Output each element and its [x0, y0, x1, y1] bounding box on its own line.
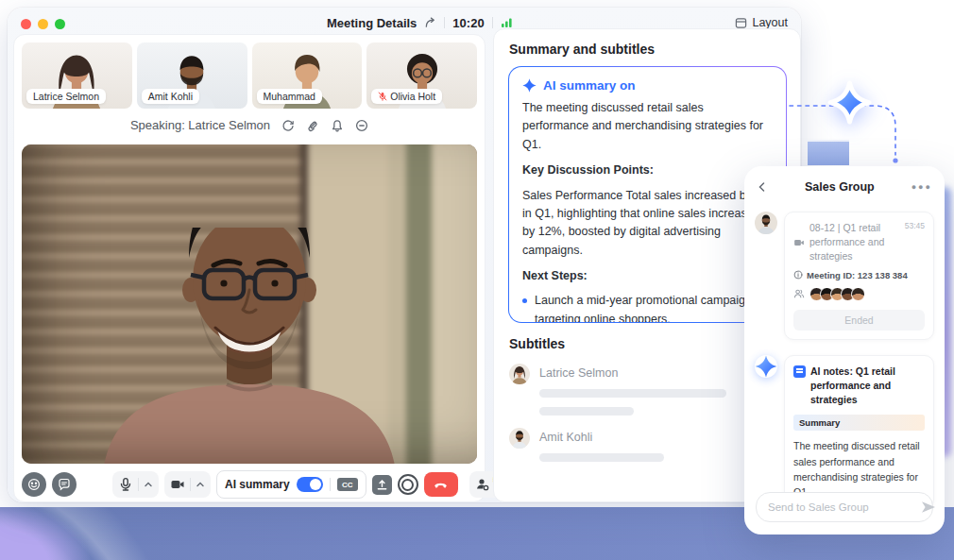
speaking-row: Speaking: Latrice Selmon	[14, 118, 485, 132]
smiley-icon	[27, 478, 41, 491]
meeting-window: Meeting Details 10:20	[8, 8, 801, 502]
divider	[330, 478, 331, 491]
key-points-body: Sales Performance Total sales increased …	[522, 187, 773, 261]
next-step-item: Launch a mid-year promotional campaign t…	[522, 292, 773, 323]
divider	[138, 478, 139, 491]
participant-tile-latrice[interactable]: Latrice Selmon	[22, 42, 132, 109]
info-icon	[793, 270, 803, 280]
sparkle-decoration	[830, 83, 869, 122]
reactions-button[interactable]	[22, 472, 46, 497]
fullscreen-window-button[interactable]	[55, 19, 65, 29]
share-screen-icon	[376, 479, 388, 491]
camera-options-chevron[interactable]	[196, 480, 205, 489]
chat-button[interactable]	[52, 472, 77, 497]
meeting-toolbar: AI summary CC	[22, 471, 477, 498]
microphone-icon[interactable]	[118, 477, 133, 492]
next-step-text: Launch a mid-year promotional campaign t…	[535, 292, 773, 323]
divider	[190, 478, 191, 491]
camera-icon[interactable]	[170, 477, 185, 492]
ai-summary-toggle[interactable]	[297, 477, 323, 492]
attendees-row	[793, 287, 925, 301]
back-chevron-icon[interactable]	[757, 181, 768, 193]
bell-icon[interactable]	[331, 119, 344, 132]
camera-button-group	[164, 471, 211, 498]
ended-button[interactable]: Ended	[793, 310, 925, 331]
chat-bubble-icon	[58, 478, 71, 491]
summary-panel-title: Summary and subtitles	[509, 42, 800, 57]
participant-name-pill: Olivia Holt	[371, 89, 442, 104]
participant-tile-amit[interactable]: Amit Kohli	[137, 42, 247, 109]
closed-captions-button[interactable]: CC	[337, 478, 358, 491]
key-points-title: Key Discussion Points:	[522, 161, 773, 179]
subtitle-skeleton-bar	[539, 453, 664, 462]
chat-panel: Sales Group ●●● 08-12 | Q1 retail perfor…	[744, 166, 945, 535]
video-camera-icon	[793, 222, 805, 264]
chat-input-container	[756, 492, 933, 522]
bullet-dot	[522, 298, 527, 303]
divider	[492, 17, 493, 28]
minimize-window-button[interactable]	[38, 19, 48, 29]
summary-intro: The meeting discussed retail sales perfo…	[522, 99, 773, 154]
screenshot-root: Meeting Details 10:20	[0, 0, 954, 560]
meeting-card: 08-12 | Q1 retail performance and strate…	[784, 212, 934, 340]
meeting-message: 08-12 | Q1 retail performance and strate…	[744, 212, 945, 340]
participant-strip: Latrice Selmon Amit Kohli Muhammad	[22, 42, 477, 109]
avatar	[851, 287, 865, 301]
participants-icon[interactable]	[475, 477, 490, 492]
hang-up-icon	[433, 477, 449, 493]
ai-notes-message: AI notes: Q1 retail performance and stra…	[744, 355, 945, 510]
participant-tile-muhammad[interactable]: Muhammad	[252, 42, 363, 109]
chat-message-input[interactable]	[766, 501, 915, 514]
ai-sparkle-avatar	[755, 355, 777, 378]
chat-more-icon[interactable]: ●●●	[911, 182, 932, 192]
meeting-duration: 53:45	[905, 221, 925, 264]
avatar[interactable]	[755, 212, 777, 234]
summary-tag: Summary	[793, 415, 925, 431]
ai-notes-title: AI notes: Q1 retail performance and stra…	[810, 365, 925, 408]
participant-tile-olivia[interactable]: Olivia Holt	[366, 42, 477, 109]
next-steps-title: Next Steps:	[522, 267, 773, 285]
divider	[444, 17, 445, 28]
dash-circle-icon[interactable]	[355, 119, 368, 132]
traffic-lights	[21, 19, 65, 29]
layout-label: Layout	[752, 16, 788, 29]
share-meeting-icon[interactable]	[424, 17, 436, 29]
link-icon[interactable]	[306, 119, 319, 132]
ai-summary-label: AI summary	[225, 478, 290, 491]
speaking-label: Speaking: Latrice Selmon	[130, 118, 270, 132]
participant-name-pill: Muhammad	[257, 89, 322, 104]
participant-name-pill: Latrice Selmon	[26, 89, 106, 104]
layout-icon	[735, 17, 747, 29]
sparkle-icon	[755, 355, 777, 378]
subtitle-skeleton-bar	[539, 407, 634, 416]
close-window-button[interactable]	[21, 19, 31, 29]
signal-strength-icon	[501, 17, 513, 28]
meeting-card-title: 08-12 | Q1 retail performance and strate…	[809, 221, 898, 264]
attendee-avatars	[809, 287, 865, 301]
people-icon	[793, 288, 805, 299]
ai-summary-control: AI summary CC	[216, 470, 366, 499]
chat-title: Sales Group	[768, 180, 911, 194]
meeting-info: Meeting Details 10:20	[327, 11, 513, 34]
meeting-stage-card: Latrice Selmon Amit Kohli Muhammad	[13, 34, 486, 502]
document-icon	[793, 365, 806, 378]
chat-header: Sales Group ●●●	[744, 166, 945, 208]
active-speaker-video[interactable]	[22, 144, 477, 464]
avatar	[509, 428, 530, 449]
record-button[interactable]	[398, 474, 418, 495]
decor-blue-rect	[808, 140, 849, 165]
avatar	[509, 364, 530, 384]
meeting-timer: 10:20	[452, 16, 484, 30]
video-vignette	[22, 144, 477, 464]
mic-muted-icon	[378, 92, 387, 101]
share-screen-button[interactable]	[372, 475, 392, 495]
ai-summary-header: AI summary on	[522, 78, 773, 93]
microphone-button-group	[112, 471, 159, 498]
send-icon[interactable]	[921, 501, 936, 514]
ai-notes-card: AI notes: Q1 retail performance and stra…	[784, 355, 934, 510]
refresh-icon[interactable]	[281, 119, 295, 132]
subtitle-skeleton-bar	[539, 389, 726, 398]
end-call-button[interactable]	[424, 472, 458, 497]
mic-options-chevron[interactable]	[144, 480, 153, 489]
ai-notes-body: The meeting discussed retail sales perfo…	[793, 438, 925, 500]
